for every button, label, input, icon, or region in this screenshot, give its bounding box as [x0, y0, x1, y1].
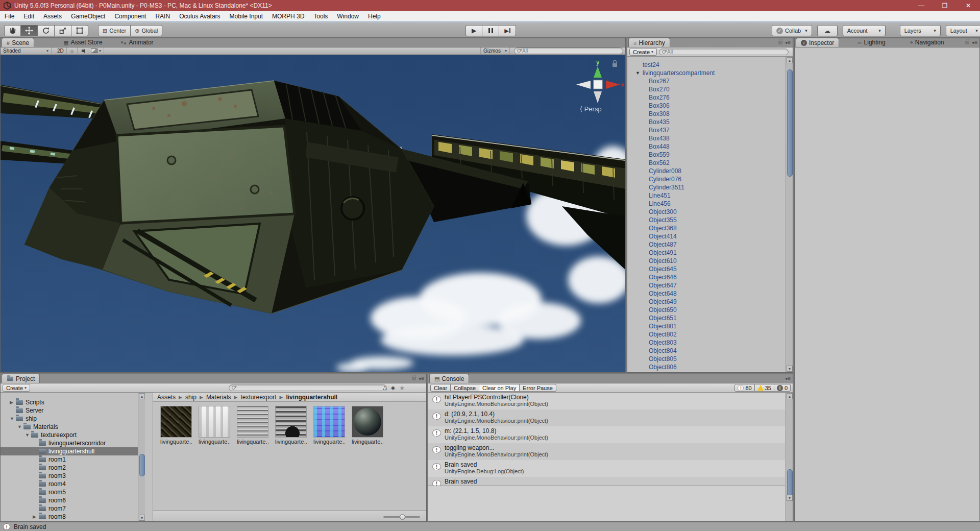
project-create-dropdown[interactable]: Create▾: [3, 384, 30, 392]
tab-asset-store[interactable]: ▦Asset Store: [59, 38, 107, 47]
project-tree-item[interactable]: ▶room8: [1, 513, 145, 521]
hierarchy-item[interactable]: Object610: [627, 257, 785, 265]
warning-count-toggle[interactable]: 35: [755, 384, 774, 392]
project-search-input[interactable]: [229, 384, 387, 391]
clear-button[interactable]: Clear: [430, 384, 451, 392]
play-button[interactable]: ▶: [465, 25, 482, 36]
foldout-icon[interactable]: ▼: [17, 423, 22, 431]
account-dropdown[interactable]: Account: [843, 25, 886, 36]
project-tree-item[interactable]: room3: [1, 472, 145, 480]
hierarchy-item[interactable]: Box276: [627, 93, 785, 102]
hierarchy-item[interactable]: Box438: [627, 134, 785, 142]
foldout-icon[interactable]: ▶: [33, 513, 36, 521]
project-tree-item[interactable]: room4: [1, 480, 145, 488]
menu-item-window[interactable]: Window: [332, 11, 363, 21]
scale-tool-button[interactable]: [55, 25, 71, 36]
foldout-icon[interactable]: ▼: [25, 431, 30, 439]
hierarchy-item[interactable]: Object491: [627, 249, 785, 257]
gizmos-dropdown[interactable]: Gizmos▾: [480, 47, 510, 54]
hierarchy-item[interactable]: Object650: [627, 306, 785, 314]
hierarchy-search-input[interactable]: All: [659, 49, 789, 55]
hierarchy-item[interactable]: Object645: [627, 265, 785, 273]
menu-item-oculus-avatars[interactable]: Oculus Avatars: [175, 11, 225, 21]
hierarchy-item[interactable]: Object300: [627, 208, 785, 216]
project-tree-item[interactable]: ▼textureexport: [1, 431, 145, 439]
search-by-label-icon[interactable]: ◈: [391, 384, 395, 391]
panel-menu-icon[interactable]: ▾≡: [972, 40, 977, 45]
hierarchy-item[interactable]: Box559: [627, 151, 785, 159]
menu-item-file[interactable]: File: [0, 11, 19, 21]
rotate-tool-button[interactable]: [38, 25, 55, 36]
hierarchy-item[interactable]: Object806: [627, 363, 785, 371]
hierarchy-create-dropdown[interactable]: Create▾: [629, 48, 657, 56]
cloud-button[interactable]: ☁: [817, 25, 838, 36]
restore-button[interactable]: ❐: [933, 0, 957, 11]
error-pause-button[interactable]: Error Pause: [520, 384, 556, 392]
hierarchy-item[interactable]: Object487: [627, 240, 785, 249]
close-button[interactable]: ✕: [957, 0, 980, 11]
minimize-button[interactable]: —: [910, 0, 933, 11]
step-button[interactable]: ▶: [499, 25, 516, 36]
hierarchy-item[interactable]: Object648: [627, 289, 785, 298]
space-toggle-button[interactable]: ⊕Global: [131, 25, 162, 36]
tab-scene[interactable]: #Scene: [2, 38, 34, 47]
thumbnail-zoom-slider[interactable]: [383, 516, 420, 518]
hierarchy-item[interactable]: Cylinder076: [627, 175, 785, 183]
scene-search-input[interactable]: All: [514, 47, 623, 54]
hierarchy-item[interactable]: Box437: [627, 126, 785, 134]
collapse-button[interactable]: Collapse: [451, 384, 479, 392]
project-tree-scrollbar[interactable]: ▲ ▼: [138, 393, 145, 521]
layers-dropdown[interactable]: Layers: [900, 25, 941, 36]
favorites-star-icon[interactable]: ★: [399, 384, 405, 392]
foldout-icon[interactable]: ▶: [10, 398, 13, 406]
hierarchy-item[interactable]: Cylinder008: [627, 167, 785, 175]
menu-item-help[interactable]: Help: [363, 11, 385, 21]
rect-tool-button[interactable]: [71, 25, 88, 36]
hierarchy-item[interactable]: Object646: [627, 273, 785, 281]
foldout-icon[interactable]: ▼: [635, 69, 640, 77]
tab-console[interactable]: ▤Console: [429, 374, 469, 383]
asset-thumbnail[interactable]: livingquarte…: [275, 406, 307, 445]
menu-item-rain[interactable]: RAIN: [151, 11, 175, 21]
hierarchy-item[interactable]: Object801: [627, 322, 785, 330]
menu-item-morph-3d[interactable]: MORPH 3D: [267, 11, 309, 21]
pivot-toggle-button[interactable]: ⊞Center: [98, 25, 131, 36]
scene-audio-toggle[interactable]: [78, 47, 88, 54]
hierarchy-item[interactable]: Object804: [627, 347, 785, 355]
hierarchy-item[interactable]: Box306: [627, 102, 785, 110]
hierarchy-item[interactable]: Cylinder3511: [627, 183, 785, 191]
menu-item-assets[interactable]: Assets: [39, 11, 66, 21]
asset-thumbnail[interactable]: livingquarte…: [160, 406, 192, 445]
console-log-entry[interactable]: !m: (22.1, 1.5, 10.8)UnityEngine.MonoBeh…: [428, 426, 785, 443]
project-tree-item[interactable]: room2: [1, 464, 145, 472]
panel-menu-icon[interactable]: ▾≡: [785, 376, 791, 381]
hierarchy-item[interactable]: Box270: [627, 85, 785, 93]
hierarchy-item[interactable]: Object414: [627, 232, 785, 240]
error-count-toggle[interactable]: !0: [774, 384, 791, 392]
asset-thumbnail[interactable]: livingquarte…: [313, 406, 345, 445]
layout-dropdown[interactable]: Layout: [946, 25, 980, 36]
menu-item-edit[interactable]: Edit: [19, 11, 39, 21]
hierarchy-item[interactable]: Object355: [627, 216, 785, 224]
console-log-entry[interactable]: !Brain saved: [428, 477, 785, 486]
hierarchy-item[interactable]: Object803: [627, 339, 785, 347]
scene-3d-viewport[interactable]: y x ⟨ Persp: [1, 55, 625, 372]
menu-item-tools[interactable]: Tools: [309, 11, 332, 21]
console-log-entry[interactable]: !hit PlayerFPSController(Clone)UnityEngi…: [428, 393, 785, 409]
scroll-down-icon[interactable]: ▼: [787, 366, 793, 372]
tab-hierarchy[interactable]: ≡Hierarchy: [628, 38, 670, 47]
project-tree-item[interactable]: room1: [1, 455, 145, 464]
move-tool-button[interactable]: [21, 25, 38, 36]
project-tree-item[interactable]: ▼ship: [1, 415, 145, 423]
hierarchy-item[interactable]: Box435: [627, 118, 785, 126]
gizmo-center-cube[interactable]: [594, 80, 602, 89]
breadcrumb-segment[interactable]: textureexport: [240, 394, 276, 401]
hierarchy-item[interactable]: Object649: [627, 298, 785, 306]
breadcrumb-segment[interactable]: livingquartershull: [286, 394, 337, 401]
gizmo-persp-toggle[interactable]: ⟨ Persp: [580, 105, 602, 113]
breadcrumb-segment[interactable]: Materials: [206, 394, 231, 401]
project-tree-item[interactable]: livingquarterscorridor: [1, 439, 145, 447]
asset-thumbnail[interactable]: livingquarte…: [199, 406, 230, 445]
breadcrumb-segment[interactable]: Assets: [157, 394, 176, 401]
pause-button[interactable]: [482, 25, 499, 36]
